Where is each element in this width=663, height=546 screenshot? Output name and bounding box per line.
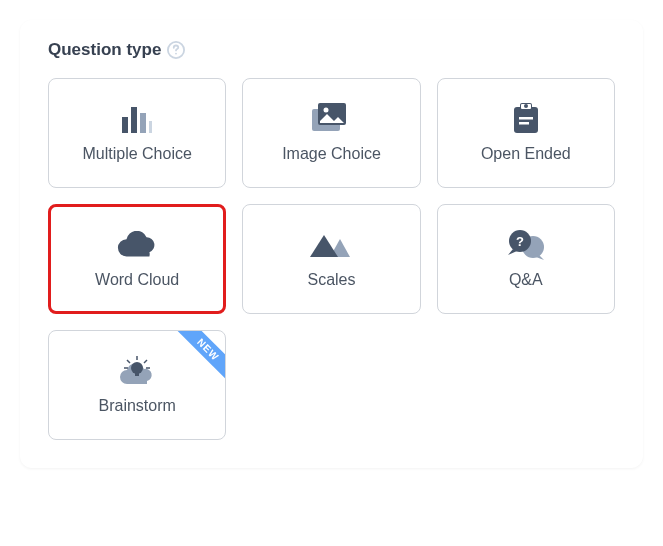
svg-rect-19 bbox=[135, 373, 139, 376]
option-word-cloud[interactable]: Word Cloud bbox=[48, 204, 226, 314]
cloud-icon bbox=[116, 229, 158, 261]
svg-point-8 bbox=[324, 108, 329, 113]
svg-rect-3 bbox=[131, 107, 137, 133]
option-label: Brainstorm bbox=[98, 397, 175, 415]
svg-rect-2 bbox=[122, 117, 128, 133]
option-image-choice[interactable]: Image Choice bbox=[242, 78, 420, 188]
option-label: Multiple Choice bbox=[82, 145, 191, 163]
qa-bubbles-icon: ? bbox=[505, 229, 547, 261]
svg-rect-4 bbox=[140, 113, 146, 133]
svg-point-12 bbox=[524, 104, 528, 108]
option-label: Word Cloud bbox=[95, 271, 179, 289]
option-brainstorm[interactable]: NEW Brainstorm bbox=[48, 330, 226, 440]
question-type-panel: Question type Multiple Choice bbox=[20, 20, 643, 468]
svg-text:?: ? bbox=[516, 234, 524, 249]
options-grid: Multiple Choice Image Choice bbox=[48, 78, 615, 440]
option-label: Image Choice bbox=[282, 145, 381, 163]
help-icon[interactable] bbox=[167, 41, 185, 59]
option-label: Scales bbox=[307, 271, 355, 289]
svg-line-22 bbox=[144, 360, 147, 363]
option-label: Open Ended bbox=[481, 145, 571, 163]
lightbulb-cloud-icon bbox=[116, 355, 158, 387]
svg-point-18 bbox=[131, 362, 143, 374]
svg-point-1 bbox=[175, 53, 177, 55]
bar-chart-icon bbox=[116, 103, 158, 135]
svg-rect-5 bbox=[149, 121, 152, 133]
image-icon bbox=[310, 103, 352, 135]
option-label: Q&A bbox=[509, 271, 543, 289]
svg-line-21 bbox=[127, 360, 130, 363]
option-scales[interactable]: Scales bbox=[242, 204, 420, 314]
panel-title: Question type bbox=[48, 40, 161, 60]
new-badge: NEW bbox=[173, 330, 226, 385]
mountains-icon bbox=[310, 229, 352, 261]
option-multiple-choice[interactable]: Multiple Choice bbox=[48, 78, 226, 188]
svg-rect-14 bbox=[519, 122, 529, 125]
option-open-ended[interactable]: Open Ended bbox=[437, 78, 615, 188]
clipboard-icon bbox=[505, 103, 547, 135]
option-qa[interactable]: ? Q&A bbox=[437, 204, 615, 314]
panel-header: Question type bbox=[48, 40, 615, 60]
svg-rect-13 bbox=[519, 117, 533, 120]
